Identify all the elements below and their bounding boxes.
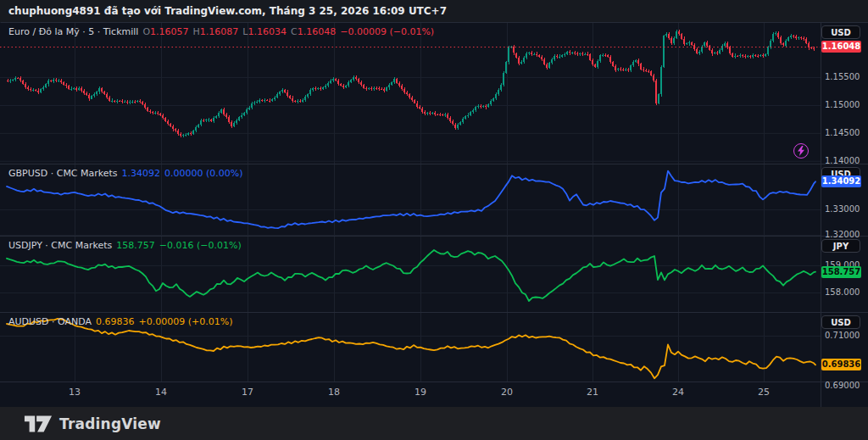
legend-change: −0.016 (−0.01%) xyxy=(159,240,242,251)
tradingview-logo-icon xyxy=(24,415,53,433)
chart-area[interactable]: Euro / Đô la Mỹ · 5 · TickmillO1.16057H1… xyxy=(0,22,868,407)
pane-legend-usdjpy[interactable]: USDJPY · CMC Markets158.757−0.016 (−0.01… xyxy=(8,240,246,251)
currency-button-usd[interactable]: USD xyxy=(821,315,860,329)
currency-button-jpy[interactable]: JPY xyxy=(821,239,860,253)
legend-change: −0.00009 (−0.01%) xyxy=(340,26,434,37)
currency-button-usd[interactable]: USD xyxy=(821,167,860,181)
legend-ohlc-value: 1.16034 xyxy=(248,26,287,37)
legend-symbol-title: GBPUSD · CMC Markets xyxy=(8,168,118,179)
legend-ohlc-key: H xyxy=(193,26,200,37)
pane-legend-audusd[interactable]: AUDUSD · OANDA0.69836+0.00009 (+0.01%) xyxy=(8,316,237,327)
legend-last-value: 158.757 xyxy=(116,240,155,251)
tradingview-logo[interactable]: TradingView xyxy=(24,415,161,433)
legend-symbol-title: Euro / Đô la Mỹ · 5 · Tickmill xyxy=(8,26,138,37)
legend-ohlc-key: O xyxy=(142,26,150,37)
chart-canvas[interactable] xyxy=(0,22,868,407)
legend-ohlc-value: 1.16087 xyxy=(200,26,239,37)
lightning-button[interactable] xyxy=(793,143,809,159)
legend-symbol-title: USDJPY · CMC Markets xyxy=(8,240,112,251)
legend-ohlc-key: C xyxy=(291,26,298,37)
legend-symbol-title: AUDUSD · OANDA xyxy=(8,316,92,327)
legend-ohlc-value: 1.16057 xyxy=(150,26,189,37)
legend-change: +0.00009 (+0.01%) xyxy=(139,316,233,327)
legend-last-value: 0.69836 xyxy=(96,316,135,327)
legend-last-value: 1.34092 xyxy=(122,168,161,179)
tradingview-snapshot: chuphuong4891 đã tạo với TradingView.com… xyxy=(0,0,868,440)
currency-button-usd[interactable]: USD xyxy=(821,25,860,39)
legend-ohlc-value: 1.16048 xyxy=(298,26,337,37)
legend-change: 0.00000 (0.00%) xyxy=(164,168,243,179)
tradingview-logo-text: TradingView xyxy=(59,415,161,432)
attribution-text: chuphuong4891 đã tạo với TradingView.com… xyxy=(8,5,447,17)
legend-ohlc-key: L xyxy=(242,26,248,37)
lightning-icon xyxy=(797,146,805,156)
pane-legend-eurusd[interactable]: Euro / Đô la Mỹ · 5 · TickmillO1.16057H1… xyxy=(8,26,438,37)
pane-legend-gbpusd[interactable]: GBPUSD · CMC Markets1.340920.00000 (0.00… xyxy=(8,168,248,179)
attribution-bar: chuphuong4891 đã tạo với TradingView.com… xyxy=(0,0,868,22)
footer-bar: TradingView xyxy=(0,407,868,440)
